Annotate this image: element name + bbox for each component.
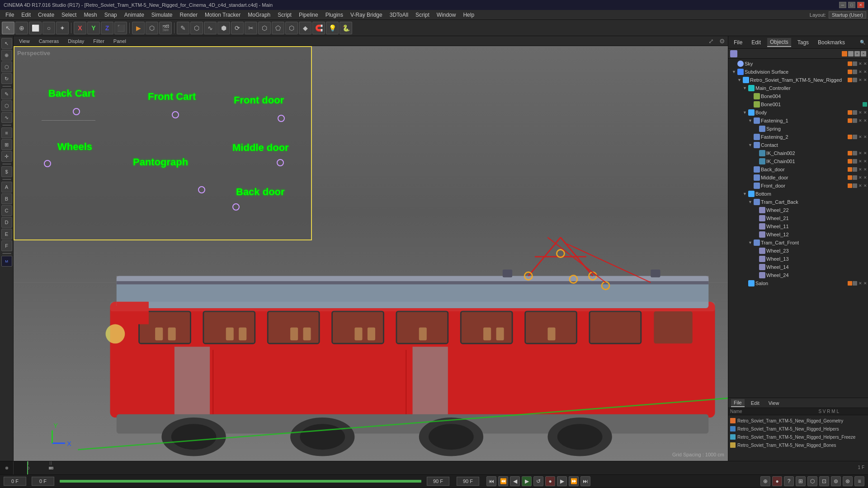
tree-item-wheel13[interactable]: Wheel_13 [728,255,868,263]
transport-prev-frame[interactable]: ◀ [510,476,520,486]
side-tool-rotate[interactable]: ↻ [1,73,12,84]
tool-poly[interactable]: ⬢ [217,22,230,34]
menu-simulate[interactable]: Simulate [148,11,176,19]
tree-item-wheel24[interactable]: Wheel_24 [728,271,868,279]
menu-edit[interactable]: Edit [18,11,34,19]
tree-item-retro-tram[interactable]: ▼ Retro_Soviet_Tram_KTM-5_New_Rigged ✕ ✕ [728,76,868,84]
tool-select[interactable]: ⊕ [15,22,28,34]
menu-animate[interactable]: Animate [121,11,148,19]
mt-circle-wheels[interactable] [44,160,51,167]
menu-file[interactable]: File [2,11,18,19]
mat-row-1[interactable]: Retro_Soviet_Tram_KTM-5_New_Rigged_Geome… [730,417,866,424]
mat-tab-view[interactable]: View [766,399,782,407]
side-tool-c[interactable]: C [1,205,12,216]
viewport-tab-display[interactable]: Display [65,38,87,44]
tool-select-lasso[interactable]: ✦ [56,22,69,34]
transport-next-frame[interactable]: ▶ [557,476,567,486]
tree-item-middle-door[interactable]: Middle_door ✕ ✕ [728,174,868,182]
tool-paint[interactable]: ✎ [177,22,189,34]
menu-plugins[interactable]: Plugins [322,11,347,19]
tree-item-salon[interactable]: Salon ✕ ✕ [728,279,868,287]
side-tool-dollar[interactable]: $ [1,166,12,177]
tree-item-ik-chain002[interactable]: IK_Chain002 ✕ ✕ [728,149,868,157]
tool-loop[interactable]: ⟳ [231,22,244,34]
tree-item-contact[interactable]: ▼ Contact [728,141,868,149]
menu-window[interactable]: Window [433,11,460,19]
tree-item-fastening1[interactable]: ▼ Fastening_1 ✕ ✕ [728,117,868,125]
menu-vray[interactable]: V-Ray Bridge [347,11,386,19]
tool-extrude[interactable]: ⬡ [258,22,271,34]
tree-item-tram-cart-front[interactable]: ▼ Tram_Cart_Front [728,239,868,247]
tree-item-bone004[interactable]: Bone004 [728,92,868,100]
mt-circle-middle-door[interactable] [277,159,284,166]
viewport-tab-view[interactable]: View [16,38,33,44]
tree-item-bottom[interactable]: ▼ Bottom [728,190,868,198]
menu-script[interactable]: Script [412,11,433,19]
tree-item-wheel12[interactable]: Wheel_12 [728,230,868,239]
tree-item-back-door[interactable]: Back_door ✕ ✕ [728,165,868,174]
side-tool-grid[interactable]: ⊞ [1,139,12,150]
obj-search-icon[interactable]: 🔍 [860,40,865,45]
tree-item-wheel21[interactable]: Wheel_21 [728,214,868,222]
tool-magnet[interactable]: 🧲 [312,22,325,34]
transport-btn7[interactable]: ⊡ [819,476,829,486]
obj-tab-bookmarks[interactable]: Bookmarks [815,38,848,47]
tree-item-wheel14[interactable]: Wheel_14 [728,263,868,271]
transport-current-field[interactable] [32,477,54,486]
side-tool-f[interactable]: F [1,240,12,251]
tool-bridge[interactable]: ⬡ [285,22,298,34]
tool-y[interactable]: Y [87,22,100,34]
menu-character[interactable]: Script [274,11,295,19]
tool-world[interactable]: ⬛ [114,22,127,34]
side-tool-e[interactable]: E [1,229,12,239]
menu-mesh[interactable]: Mesh [80,11,100,19]
mt-circle-back-cart[interactable] [73,108,80,115]
side-tool-pointer[interactable]: ↖ [1,38,12,49]
tree-item-fastening2[interactable]: Fastening_2 ✕ ✕ [728,133,868,141]
menu-render[interactable]: Render [176,11,201,19]
tree-item-front-door[interactable]: Front_door ✕ ✕ [728,182,868,190]
side-tool-brush[interactable]: ⬡ [1,100,12,111]
mat-tab-edit[interactable]: Edit [748,399,762,407]
tool-knife[interactable]: ✂ [245,22,257,34]
side-tool-pen[interactable]: ✎ [1,89,12,99]
transport-btn10[interactable]: ≡ [854,476,864,486]
mat-row-4[interactable]: Retro_Soviet_Tram_KTM-5_New_Rigged_Bones [730,441,866,449]
menu-select[interactable]: Select [58,11,80,19]
tree-item-bone001[interactable]: Bone001 [728,100,868,108]
tool-sculpt[interactable]: ⬡ [190,22,203,34]
transport-goto-start[interactable]: ⏮ [486,476,496,486]
tree-item-body[interactable]: ▼ Body ✕ ✕ [728,108,868,117]
tree-item-sky[interactable]: Sky ✕ ✕ [728,60,868,68]
tool-x[interactable]: X [74,22,86,34]
side-tool-axis[interactable]: ✛ [1,151,12,162]
transport-question[interactable]: ? [784,476,794,486]
side-tool-d[interactable]: D [1,217,12,228]
layout-preset[interactable]: Startup (User) [829,11,866,19]
obj-tab-objects[interactable]: Objects [767,38,791,47]
transport-end-field[interactable] [427,477,449,486]
side-tool-spline[interactable]: ∿ [1,112,12,123]
tree-item-wheel23[interactable]: Wheel_23 [728,247,868,255]
side-tool-move[interactable]: ⊕ [1,50,12,61]
transport-btn5[interactable]: ⊞ [796,476,806,486]
tree-item-main-controller[interactable]: ▼ Main_Controller [728,84,868,92]
side-tool-layer[interactable]: ≡ [1,127,12,138]
tool-move[interactable]: ↖ [2,22,14,34]
tree-item-wheel11[interactable]: Wheel_11 [728,222,868,230]
tool-collapse[interactable]: ◆ [299,22,311,34]
tool-spline[interactable]: ∿ [204,22,217,34]
tree-item-ik-chain001[interactable]: IK_Chain001 ✕ ✕ [728,157,868,165]
transport-btn8[interactable]: ⊚ [831,476,841,486]
tool-select-circle[interactable]: ○ [42,22,55,34]
mat-row-2[interactable]: Retro_Soviet_Tram_KTM-5_New_Rigged_Helpe… [730,425,866,432]
transport-play-reverse[interactable]: ↺ [533,476,543,486]
timeline-ruler[interactable]: 0 5 10 15 20 25 30 35 40 45 50 55 60 65 … [27,461,868,474]
side-tool-scale[interactable]: ⬡ [1,61,12,72]
menu-pipeline[interactable]: Pipeline [295,11,322,19]
obj-tab-tags[interactable]: Tags [795,38,811,47]
transport-record[interactable]: ● [545,476,555,486]
mat-row-3[interactable]: Retro_Soviet_Tram_KTM-5_New_Rigged_Helpe… [730,433,866,441]
tree-item-wheel22[interactable]: Wheel_22 [728,206,868,214]
menu-snap[interactable]: Snap [101,11,121,19]
